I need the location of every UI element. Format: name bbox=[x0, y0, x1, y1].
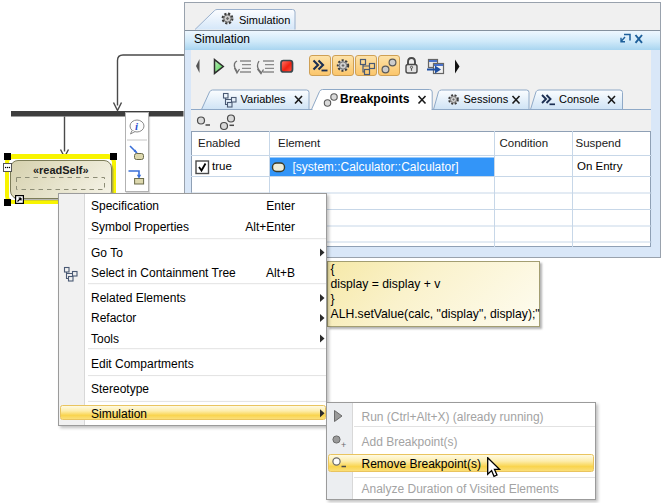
svg-text:+: + bbox=[341, 440, 346, 450]
